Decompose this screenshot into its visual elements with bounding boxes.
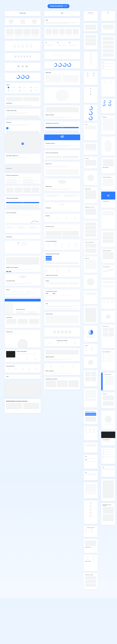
- s-card: [101, 23, 115, 34]
- m-card: We have got you covered!: [84, 526, 98, 537]
- s-card: Data Center Global Network: [101, 350, 115, 371]
- m-card: Manage Your Weekly: [84, 187, 98, 203]
- m-card: [84, 482, 98, 498]
- s-card: [101, 36, 115, 59]
- card-get-quote: Get your free quote today: [5, 210, 41, 223]
- s-card: We're always available for You: [101, 176, 115, 190]
- m-card: Quality Infrastructure: [84, 539, 98, 553]
- title: Company Values: [6, 12, 39, 14]
- m-card: [84, 291, 98, 304]
- cta-button[interactable]: [46, 258, 52, 259]
- card-digital-design: Digital design: [44, 70, 80, 85]
- gallery-canvas: Company Values: [0, 11, 117, 598]
- card-six-outline-icons: [5, 53, 41, 61]
- card-about-columns: About: [44, 302, 80, 310]
- m-card: [84, 500, 98, 524]
- m-card: [84, 426, 98, 440]
- s-card: Get your free quote today: [101, 265, 115, 278]
- m-card: Performance: [84, 157, 98, 168]
- card-three-feature-row: [5, 18, 41, 25]
- card-popular-stuff: Some of our most popular stuff: [44, 150, 80, 160]
- play-icon[interactable]: [6, 127, 8, 129]
- s-card: Beautiful Slideshow Increased Conversion…: [101, 503, 115, 525]
- card-four-rings: [44, 61, 80, 68]
- s-card-blue: 42 We make your life easy: [101, 192, 115, 208]
- card-device: [44, 87, 80, 104]
- s-card: Free font prints: [101, 392, 115, 408]
- card-construction: Construction Process: [5, 364, 41, 373]
- card-features-grid: Features: [5, 83, 41, 94]
- card-available: We're always available for You: [5, 154, 41, 164]
- card-quality-infra: Quality Infrastructure: [44, 348, 80, 361]
- m-card: Upgrading plans you need to use: [84, 206, 98, 219]
- card-premium-domain: Your premium domain: [5, 274, 41, 286]
- card-one-day-free: One Day Free: [5, 166, 41, 172]
- card-digital-analysis: Digital Analysis: [44, 178, 80, 191]
- card-get-before-late: Get before service late: [5, 299, 41, 314]
- s-card: Get before service late: [101, 373, 115, 390]
- s-card: About: [101, 11, 115, 21]
- s-card: 01. 02. 03.: [101, 61, 115, 77]
- cta-button[interactable]: Learn more: [46, 127, 79, 128]
- s-card: Digital design: [101, 116, 115, 134]
- m-card: [84, 34, 98, 50]
- s-card: [101, 448, 115, 464]
- cta-button[interactable]: [46, 256, 52, 257]
- m-card: Useful Resources for Authors: [84, 573, 98, 589]
- card-useful-resources: Useful Resources for Authors: [44, 377, 80, 390]
- s-card: Manage Your Weekly: [101, 158, 115, 174]
- s-card: [101, 479, 115, 501]
- card-all-over: All over the world: [44, 312, 80, 326]
- card-smartphone: Available for your smartphone: [5, 256, 41, 272]
- card-world-quality: World quality: [44, 202, 80, 212]
- card-performance: Performance: [5, 120, 41, 134]
- card-about-strip: About: [5, 375, 41, 379]
- m-card: [84, 356, 98, 368]
- card-video: [5, 136, 41, 152]
- card-define-creativity: Define our creativity: [44, 363, 80, 375]
- m-card: [84, 388, 98, 408]
- card-grow-business: Grow Business: [5, 96, 41, 107]
- cta-button[interactable]: Learn more: [6, 202, 39, 203]
- cta-button[interactable]: [46, 259, 52, 260]
- s-card: Best services for you: [101, 325, 115, 348]
- m-card: [84, 71, 98, 85]
- s-card: Advanced moving equipments: [101, 249, 115, 263]
- store-button[interactable]: [6, 271, 8, 272]
- m-card-bignums: 42' 72' 89': [84, 87, 98, 103]
- m-card: Features: [84, 123, 98, 140]
- m-card: [84, 23, 98, 31]
- m-card: [84, 306, 98, 324]
- card-services-help: Services we can help you with: [5, 174, 41, 184]
- badge-label: Features/About: [50, 5, 63, 7]
- m-card: Company Values: [84, 11, 98, 21]
- store-button[interactable]: [9, 271, 11, 272]
- card-feature-list-columns: Features: [44, 279, 80, 288]
- card-services-we-use: Services we use: [5, 330, 41, 348]
- card-best-services: Best services for you: [44, 224, 80, 237]
- card-revolutionising: Revolutionising your life everyday: [44, 252, 80, 266]
- s-card: [101, 410, 115, 430]
- card-six-stats: — — — — — —: [44, 52, 80, 59]
- card-five-boxes: [44, 27, 80, 39]
- m-card: [84, 142, 98, 155]
- card-what-store: What our store: [44, 162, 80, 176]
- m-card: [84, 442, 98, 453]
- card-data-center: Data Center Global Network: [44, 240, 80, 250]
- card-three-paragraphs: [5, 225, 41, 233]
- card-we-covered: We have got you covered!: [44, 339, 80, 346]
- play-icon[interactable]: [21, 142, 24, 145]
- card-beautiful-slideshow: Beautiful Slideshow Increased Conversion…: [5, 399, 41, 413]
- m-card: Revolutionising your life everyday: [84, 410, 98, 424]
- m-card: [84, 221, 98, 238]
- m-card-pie: [84, 326, 98, 342]
- card-looking-more: Looking for more service plan: [44, 268, 80, 277]
- m-card: Resolution: [84, 344, 98, 354]
- card-wide-image: [5, 381, 41, 397]
- card-about-copy: About: [44, 18, 80, 25]
- card-five-icons: [5, 41, 41, 51]
- badge-count: 100: [64, 5, 67, 7]
- s-card: [101, 210, 115, 229]
- card-upgrading-plans: Upgrading plans you need to use Learn mo…: [44, 121, 80, 132]
- card-pie: [5, 241, 41, 254]
